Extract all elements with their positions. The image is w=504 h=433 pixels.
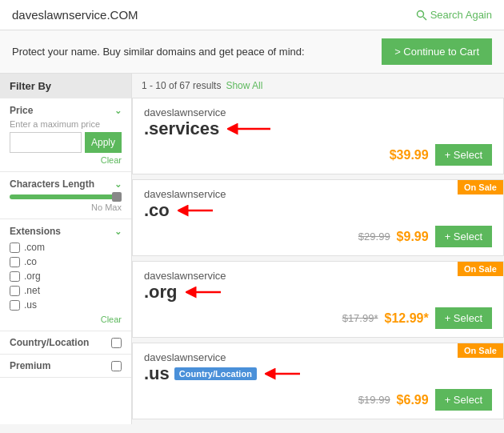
country-badge: Country/Location (174, 367, 257, 380)
domain-name-co: daveslawnservice (144, 188, 492, 200)
extensions-list: .com .co .org .net .us (10, 240, 122, 312)
ext-item-org: .org (10, 269, 122, 283)
results-header: 1 - 10 of 67 results Show All (132, 74, 504, 98)
domain-ext-org: .org (144, 282, 492, 303)
on-sale-badge-co: On Sale (458, 180, 503, 194)
domain-card-co: On Sale daveslawnservice .co $29.99 $9.9… (132, 179, 504, 256)
ext-checkbox-co[interactable] (10, 257, 20, 267)
price-chevron-icon: ⌄ (114, 106, 122, 116)
top-banner: Protect your name. Buy similar domains a… (0, 30, 504, 74)
main-layout: Filter By Price ⌄ Enter a maximum price … (0, 74, 504, 424)
select-button-co[interactable]: + Select (435, 226, 492, 247)
price-services: $39.99 (390, 148, 429, 162)
domain-ext-co: .co (144, 200, 492, 221)
svg-line-1 (423, 17, 426, 20)
price-sublabel: Enter a maximum price (10, 119, 122, 129)
domain-card-services: daveslawnservice .services $39.99 + Sele… (132, 98, 504, 174)
no-max-label: No Max (10, 202, 122, 212)
domain-name-services: daveslawnservice (144, 106, 492, 118)
ext-item-us: .us (10, 298, 122, 312)
chars-chevron-icon: ⌄ (114, 179, 122, 190)
domain-name-org: daveslawnservice (144, 270, 492, 282)
ext-chevron-icon: ⌄ (114, 227, 122, 237)
clear-price-link[interactable]: Clear (10, 155, 122, 165)
domain-ext-services: .services (144, 118, 492, 139)
price-row-us: $19.99 $6.99 + Select (144, 389, 492, 411)
on-sale-badge-us: On Sale (458, 343, 503, 358)
price-row-co: $29.99 $9.99 + Select (144, 226, 492, 247)
search-query: daveslawnservice.COM (12, 8, 416, 22)
clear-ext-link[interactable]: Clear (10, 315, 122, 324)
svg-point-0 (417, 10, 423, 17)
price-section: Price ⌄ Enter a maximum price Apply Clea… (0, 98, 131, 172)
old-price-org: $17.99* (342, 312, 378, 324)
ext-item-co: .co (10, 255, 122, 269)
price-co: $9.99 (397, 230, 429, 244)
search-icon (416, 10, 427, 21)
show-all-link[interactable]: Show All (226, 80, 262, 91)
org-arrow-icon (186, 285, 222, 299)
price-org: $12.99* (384, 311, 428, 326)
ext-checkbox-org[interactable] (10, 271, 20, 282)
old-price-co: $29.99 (358, 231, 390, 243)
country-location-row: Country/Location (0, 331, 131, 355)
co-arrow-icon (178, 203, 214, 218)
select-button-us[interactable]: + Select (435, 389, 492, 411)
ext-item-com: .com (10, 240, 122, 255)
search-bar: daveslawnservice.COM Search Again (0, 0, 504, 30)
protect-text: Protect your name. Buy similar domains a… (12, 46, 305, 58)
country-location-checkbox[interactable] (111, 338, 122, 348)
price-section-title: Price ⌄ (10, 105, 122, 116)
chars-section-title: Characters Length ⌄ (10, 178, 122, 190)
price-us: $6.99 (397, 393, 429, 407)
price-row-org: $17.99* $12.99* + Select (144, 307, 492, 329)
premium-row: Premium (0, 355, 131, 378)
slider-handle[interactable] (112, 192, 122, 202)
on-sale-badge-org: On Sale (458, 262, 503, 276)
filter-by-header: Filter By (0, 74, 131, 98)
ext-section-title: Extensions ⌄ (10, 226, 122, 237)
old-price-us: $19.99 (358, 394, 390, 406)
price-row-services: $39.99 + Select (144, 144, 492, 166)
domain-card-us: On Sale daveslawnservice .us Country/Loc… (132, 343, 504, 419)
ext-checkbox-net[interactable] (10, 286, 20, 296)
select-button-services[interactable]: + Select (435, 144, 492, 166)
select-button-org[interactable]: + Select (435, 307, 492, 329)
domain-card-org: On Sale daveslawnservice .org $17.99* $1… (132, 261, 504, 338)
us-arrow-icon (265, 367, 301, 381)
characters-length-section: Characters Length ⌄ No Max (0, 172, 131, 219)
extensions-section: Extensions ⌄ .com .co (0, 219, 131, 331)
apply-price-button[interactable]: Apply (85, 132, 122, 153)
continue-to-cart-button[interactable]: > Continue to Cart (382, 38, 492, 65)
domain-name-us: daveslawnservice (144, 351, 492, 363)
ext-checkbox-com[interactable] (10, 243, 20, 253)
premium-checkbox[interactable] (111, 361, 122, 371)
slider-track[interactable] (10, 194, 122, 199)
sidebar: Filter By Price ⌄ Enter a maximum price … (0, 74, 132, 424)
results-area: 1 - 10 of 67 results Show All daveslawns… (132, 74, 504, 424)
search-again-button[interactable]: Search Again (416, 9, 492, 21)
price-input-row: Apply (10, 132, 122, 153)
price-input[interactable] (10, 132, 82, 153)
chars-slider (10, 194, 122, 199)
ext-item-net: .net (10, 283, 122, 298)
services-arrow-icon (227, 122, 271, 136)
ext-checkbox-us[interactable] (10, 300, 20, 311)
domain-ext-us: .us Country/Location (144, 363, 492, 384)
